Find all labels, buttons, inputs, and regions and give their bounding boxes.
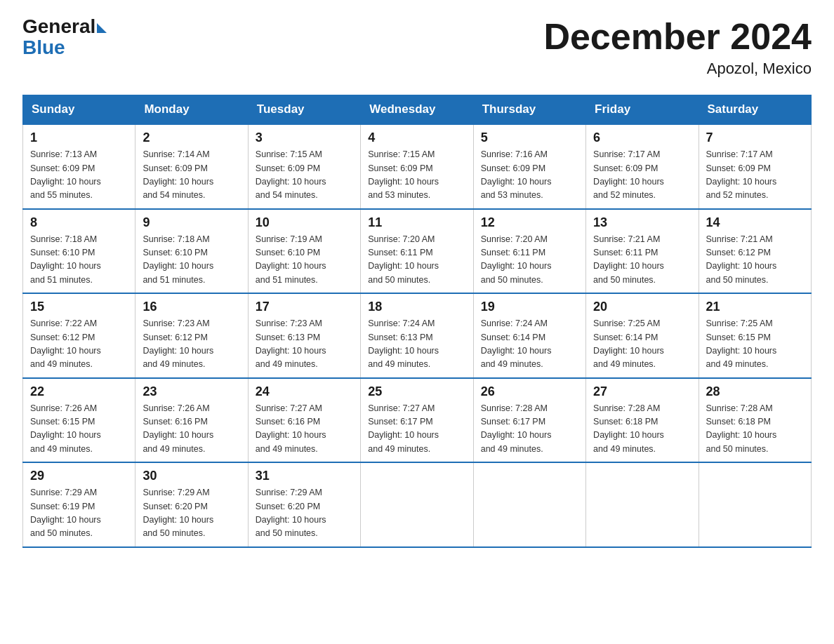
calendar-cell: 13Sunrise: 7:21 AMSunset: 6:11 PMDayligh… (586, 209, 699, 294)
day-info: Sunrise: 7:25 AMSunset: 6:14 PMDaylight:… (593, 317, 691, 372)
calendar-table: SundayMondayTuesdayWednesdayThursdayFrid… (22, 95, 812, 548)
calendar-cell: 25Sunrise: 7:27 AMSunset: 6:17 PMDayligh… (361, 378, 473, 463)
day-number: 12 (481, 215, 578, 230)
day-info: Sunrise: 7:29 AMSunset: 6:20 PMDaylight:… (256, 486, 353, 541)
calendar-cell (699, 462, 811, 547)
day-info: Sunrise: 7:21 AMSunset: 6:12 PMDaylight:… (706, 233, 804, 288)
day-info: Sunrise: 7:15 AMSunset: 6:09 PMDaylight:… (368, 148, 465, 203)
calendar-week-row: 29Sunrise: 7:29 AMSunset: 6:19 PMDayligh… (23, 462, 812, 547)
calendar-cell: 2Sunrise: 7:14 AMSunset: 6:09 PMDaylight… (135, 124, 248, 209)
title-block: December 2024 Apozol, Mexico (543, 17, 812, 78)
calendar-cell: 19Sunrise: 7:24 AMSunset: 6:14 PMDayligh… (473, 293, 585, 378)
calendar-cell: 17Sunrise: 7:23 AMSunset: 6:13 PMDayligh… (248, 293, 360, 378)
day-number: 5 (481, 130, 578, 145)
day-number: 20 (593, 300, 691, 314)
day-number: 26 (481, 384, 578, 399)
calendar-week-row: 8Sunrise: 7:18 AMSunset: 6:10 PMDaylight… (23, 209, 812, 294)
day-number: 11 (368, 215, 465, 230)
day-number: 2 (143, 130, 240, 145)
day-number: 7 (706, 130, 804, 145)
calendar-cell: 29Sunrise: 7:29 AMSunset: 6:19 PMDayligh… (23, 462, 135, 547)
day-info: Sunrise: 7:28 AMSunset: 6:17 PMDaylight:… (481, 402, 578, 457)
calendar-cell: 21Sunrise: 7:25 AMSunset: 6:15 PMDayligh… (699, 293, 811, 378)
day-info: Sunrise: 7:20 AMSunset: 6:11 PMDaylight:… (368, 233, 465, 288)
day-info: Sunrise: 7:19 AMSunset: 6:10 PMDaylight:… (256, 233, 353, 288)
day-info: Sunrise: 7:25 AMSunset: 6:15 PMDaylight:… (706, 317, 804, 372)
calendar-cell: 12Sunrise: 7:20 AMSunset: 6:11 PMDayligh… (473, 209, 585, 294)
day-number: 14 (706, 215, 804, 230)
day-info: Sunrise: 7:20 AMSunset: 6:11 PMDaylight:… (481, 233, 578, 288)
day-info: Sunrise: 7:26 AMSunset: 6:15 PMDaylight:… (30, 402, 128, 457)
day-info: Sunrise: 7:18 AMSunset: 6:10 PMDaylight:… (30, 233, 128, 288)
day-number: 3 (256, 130, 353, 145)
day-number: 28 (706, 384, 804, 399)
calendar-cell: 8Sunrise: 7:18 AMSunset: 6:10 PMDaylight… (23, 209, 135, 294)
calendar-header-tuesday: Tuesday (248, 95, 360, 125)
logo: General Blue (22, 17, 107, 59)
calendar-title: December 2024 (543, 17, 812, 57)
day-info: Sunrise: 7:22 AMSunset: 6:12 PMDaylight:… (30, 317, 128, 372)
calendar-cell: 26Sunrise: 7:28 AMSunset: 6:17 PMDayligh… (473, 378, 585, 463)
calendar-cell: 10Sunrise: 7:19 AMSunset: 6:10 PMDayligh… (248, 209, 360, 294)
day-number: 15 (30, 300, 128, 314)
day-info: Sunrise: 7:27 AMSunset: 6:16 PMDaylight:… (256, 402, 353, 457)
calendar-location: Apozol, Mexico (543, 60, 812, 78)
calendar-cell: 20Sunrise: 7:25 AMSunset: 6:14 PMDayligh… (586, 293, 699, 378)
day-info: Sunrise: 7:17 AMSunset: 6:09 PMDaylight:… (706, 148, 804, 203)
calendar-cell: 9Sunrise: 7:18 AMSunset: 6:10 PMDaylight… (135, 209, 248, 294)
calendar-cell: 28Sunrise: 7:28 AMSunset: 6:18 PMDayligh… (699, 378, 811, 463)
day-info: Sunrise: 7:18 AMSunset: 6:10 PMDaylight:… (143, 233, 240, 288)
day-number: 25 (368, 384, 465, 399)
day-info: Sunrise: 7:28 AMSunset: 6:18 PMDaylight:… (593, 402, 691, 457)
page-header: General Blue December 2024 Apozol, Mexic… (22, 17, 812, 78)
day-info: Sunrise: 7:17 AMSunset: 6:09 PMDaylight:… (593, 148, 691, 203)
calendar-week-row: 1Sunrise: 7:13 AMSunset: 6:09 PMDaylight… (23, 124, 812, 209)
calendar-cell: 6Sunrise: 7:17 AMSunset: 6:09 PMDaylight… (586, 124, 699, 209)
day-info: Sunrise: 7:27 AMSunset: 6:17 PMDaylight:… (368, 402, 465, 457)
day-number: 23 (143, 384, 240, 399)
day-number: 13 (593, 215, 691, 230)
day-number: 29 (30, 469, 128, 483)
calendar-cell: 23Sunrise: 7:26 AMSunset: 6:16 PMDayligh… (135, 378, 248, 463)
day-number: 21 (706, 300, 804, 314)
calendar-header-row: SundayMondayTuesdayWednesdayThursdayFrid… (23, 95, 812, 125)
day-number: 8 (30, 215, 128, 230)
calendar-cell: 31Sunrise: 7:29 AMSunset: 6:20 PMDayligh… (248, 462, 360, 547)
day-info: Sunrise: 7:24 AMSunset: 6:13 PMDaylight:… (368, 317, 465, 372)
calendar-header-saturday: Saturday (699, 95, 811, 125)
day-info: Sunrise: 7:21 AMSunset: 6:11 PMDaylight:… (593, 233, 691, 288)
day-info: Sunrise: 7:29 AMSunset: 6:20 PMDaylight:… (143, 486, 240, 541)
calendar-header-friday: Friday (586, 95, 699, 125)
calendar-header-monday: Monday (135, 95, 248, 125)
day-info: Sunrise: 7:23 AMSunset: 6:12 PMDaylight:… (143, 317, 240, 372)
day-number: 19 (481, 300, 578, 314)
day-number: 10 (256, 215, 353, 230)
calendar-cell: 3Sunrise: 7:15 AMSunset: 6:09 PMDaylight… (248, 124, 360, 209)
calendar-header-sunday: Sunday (23, 95, 135, 125)
logo-blue-text: Blue (22, 36, 65, 59)
calendar-header-thursday: Thursday (473, 95, 585, 125)
day-number: 31 (256, 469, 353, 483)
calendar-header-wednesday: Wednesday (361, 95, 473, 125)
day-number: 18 (368, 300, 465, 314)
calendar-cell: 30Sunrise: 7:29 AMSunset: 6:20 PMDayligh… (135, 462, 248, 547)
day-number: 24 (256, 384, 353, 399)
calendar-cell: 14Sunrise: 7:21 AMSunset: 6:12 PMDayligh… (699, 209, 811, 294)
calendar-cell (473, 462, 585, 547)
calendar-cell: 18Sunrise: 7:24 AMSunset: 6:13 PMDayligh… (361, 293, 473, 378)
calendar-cell: 1Sunrise: 7:13 AMSunset: 6:09 PMDaylight… (23, 124, 135, 209)
day-number: 27 (593, 384, 691, 399)
calendar-cell: 7Sunrise: 7:17 AMSunset: 6:09 PMDaylight… (699, 124, 811, 209)
day-info: Sunrise: 7:15 AMSunset: 6:09 PMDaylight:… (256, 148, 353, 203)
day-info: Sunrise: 7:29 AMSunset: 6:19 PMDaylight:… (30, 486, 128, 541)
calendar-cell: 27Sunrise: 7:28 AMSunset: 6:18 PMDayligh… (586, 378, 699, 463)
day-info: Sunrise: 7:16 AMSunset: 6:09 PMDaylight:… (481, 148, 578, 203)
day-number: 17 (256, 300, 353, 314)
calendar-week-row: 22Sunrise: 7:26 AMSunset: 6:15 PMDayligh… (23, 378, 812, 463)
calendar-cell: 11Sunrise: 7:20 AMSunset: 6:11 PMDayligh… (361, 209, 473, 294)
calendar-cell: 24Sunrise: 7:27 AMSunset: 6:16 PMDayligh… (248, 378, 360, 463)
calendar-week-row: 15Sunrise: 7:22 AMSunset: 6:12 PMDayligh… (23, 293, 812, 378)
calendar-cell: 4Sunrise: 7:15 AMSunset: 6:09 PMDaylight… (361, 124, 473, 209)
day-number: 6 (593, 130, 691, 145)
day-number: 16 (143, 300, 240, 314)
